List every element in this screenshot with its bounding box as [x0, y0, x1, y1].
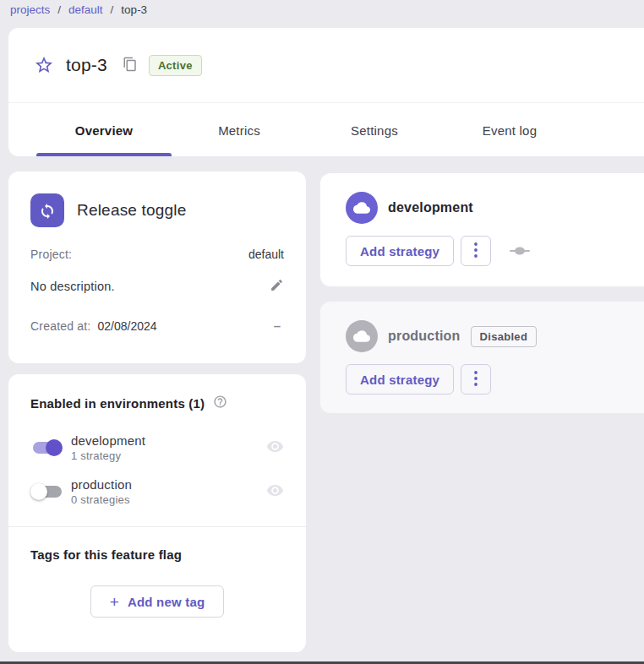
- created-label: Created at:: [30, 319, 90, 333]
- feature-type-row: Release toggle: [30, 193, 284, 227]
- project-value: default: [248, 248, 284, 261]
- disabled-badge: Disabled: [471, 326, 538, 347]
- toggle-knob: [30, 483, 47, 500]
- tab-settings[interactable]: Settings: [307, 104, 442, 156]
- tab-metrics-label: Metrics: [218, 123, 260, 138]
- active-tab-indicator: [36, 153, 172, 156]
- breadcrumb: projects / default / top-3: [10, 3, 147, 16]
- description-text: No description.: [30, 280, 115, 293]
- created-row: Created at: 02/08/2024 –: [30, 318, 284, 333]
- add-new-tag-label: Add new tag: [128, 595, 205, 609]
- help-icon: [213, 395, 227, 411]
- breadcrumb-separator: /: [57, 3, 61, 16]
- add-strategy-button-production[interactable]: Add strategy: [346, 364, 454, 395]
- environment-toggle-development[interactable]: [30, 438, 64, 458]
- breadcrumb-current-feature: top-3: [121, 3, 147, 16]
- more-options-button-development[interactable]: [461, 236, 491, 266]
- kebab-icon: [473, 370, 478, 389]
- environment-strategy-count: 1 strategy: [71, 449, 266, 462]
- visibility-toggle-development[interactable]: [266, 438, 284, 458]
- environment-card-production: production Disabled Add strategy: [320, 302, 644, 413]
- breadcrumb-separator: /: [111, 3, 114, 16]
- environment-toggle-production[interactable]: [30, 482, 64, 502]
- tab-bar: Overview Metrics Settings Event log: [36, 104, 577, 156]
- description-row: No description.: [30, 278, 284, 295]
- environments-heading: Enabled in environments (1): [30, 396, 205, 411]
- tab-overview[interactable]: Overview: [36, 104, 172, 156]
- environment-name: production: [71, 477, 266, 492]
- environment-card-title: development: [388, 200, 473, 215]
- environment-card-title: production: [388, 329, 461, 344]
- copy-icon: [123, 57, 138, 74]
- feature-title-row: top-3 Active: [8, 28, 644, 103]
- tab-metrics[interactable]: Metrics: [172, 104, 307, 156]
- copy-name-button[interactable]: [123, 57, 138, 74]
- toggle-knob: [46, 439, 63, 456]
- environment-row-development: development 1 strategy: [30, 433, 284, 462]
- feature-type-label: Release toggle: [77, 201, 187, 220]
- page-title: top-3: [66, 55, 107, 75]
- status-badge: Active: [149, 55, 202, 76]
- cloud-icon: [346, 192, 378, 224]
- environment-name: development: [71, 433, 266, 448]
- project-row: Project: default: [30, 248, 284, 261]
- feature-details-card: Release toggle Project: default No descr…: [8, 171, 306, 363]
- section-divider: [8, 526, 306, 527]
- environments-card: Enabled in environments (1) development …: [8, 374, 306, 652]
- tab-settings-label: Settings: [351, 123, 398, 138]
- environments-help-button[interactable]: [213, 395, 227, 411]
- plus-icon: +: [110, 594, 119, 610]
- eye-icon: [266, 438, 284, 458]
- kebab-icon: [473, 242, 478, 261]
- tab-event-log-label: Event log: [483, 123, 537, 138]
- feature-header-card: top-3 Active Overview Metrics Settings E…: [8, 28, 644, 156]
- breadcrumb-link-projects[interactable]: projects: [10, 3, 50, 16]
- minus-indicator: –: [274, 318, 284, 333]
- release-toggle-icon: [30, 193, 64, 227]
- feature-overview-page: projects / default / top-3 top-3 Active …: [0, 0, 644, 664]
- tab-overview-label: Overview: [75, 123, 133, 138]
- project-label: Project:: [30, 248, 72, 261]
- edit-description-button[interactable]: [270, 278, 284, 295]
- breadcrumb-link-project-default[interactable]: default: [68, 3, 103, 16]
- visibility-toggle-production[interactable]: [266, 482, 284, 502]
- environment-strategy-count: 0 strategies: [71, 493, 266, 506]
- environment-card-development: development Add strategy: [320, 173, 644, 286]
- environment-row-production: production 0 strategies: [30, 477, 284, 506]
- eye-icon: [266, 482, 284, 502]
- strategy-connector-icon: [510, 246, 530, 256]
- created-value: 02/08/2024: [97, 319, 156, 333]
- tab-event-log[interactable]: Event log: [442, 104, 577, 156]
- star-icon: [34, 55, 54, 75]
- favorite-button[interactable]: [34, 55, 54, 75]
- cloud-icon: [346, 320, 378, 352]
- more-options-button-production[interactable]: [461, 364, 491, 395]
- add-strategy-button-development[interactable]: Add strategy: [346, 236, 454, 266]
- add-new-tag-button[interactable]: + Add new tag: [90, 585, 225, 618]
- pencil-icon: [270, 278, 284, 295]
- tags-heading: Tags for this feature flag: [30, 547, 284, 562]
